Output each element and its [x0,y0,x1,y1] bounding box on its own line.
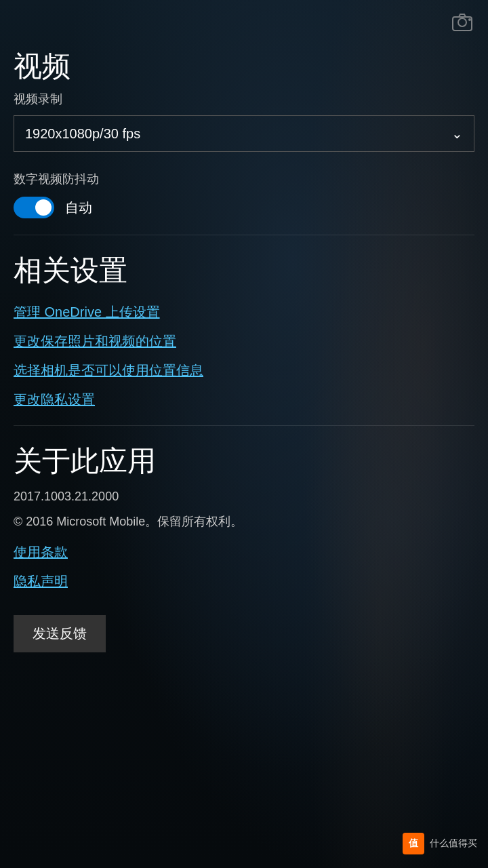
watermark-label: 什么值得买 [430,837,477,850]
watermark-logo-icon: 值 [403,833,424,854]
svg-point-0 [458,18,466,26]
toggle-thumb [35,199,52,216]
dropdown-chevron-icon: ⌄ [451,125,463,142]
divider-2 [14,425,474,426]
svg-point-2 [468,18,471,21]
terms-of-use-link[interactable]: 使用条款 [14,543,474,561]
privacy-statement-link[interactable]: 隐私声明 [14,572,474,591]
video-recording-label: 视频录制 [14,91,474,107]
app-version: 2017.1003.21.2000 [14,490,474,504]
stabilization-toggle[interactable] [14,197,54,218]
stabilization-section: 数字视频防抖动 自动 [14,171,474,218]
about-section-title: 关于此应用 [14,442,474,480]
manage-onedrive-link[interactable]: 管理 OneDrive 上传设置 [14,303,474,321]
change-privacy-link[interactable]: 更改隐私设置 [14,391,474,409]
copyright-text: © 2016 Microsoft Mobile。保留所有权利。 [14,513,474,530]
main-content: 视频 视频录制 1920x1080p/30 fps ⌄ 数字视频防抖动 自动 相… [0,47,488,673]
location-info-link[interactable]: 选择相机是否可以使用位置信息 [14,361,474,380]
toggle-label: 自动 [65,199,92,217]
feedback-button[interactable]: 发送反馈 [14,615,106,652]
resolution-dropdown[interactable]: 1920x1080p/30 fps ⌄ [14,115,474,152]
resolution-value: 1920x1080p/30 fps [25,126,140,142]
video-section-title: 视频 [14,47,474,85]
related-section-title: 相关设置 [14,252,474,290]
toggle-row: 自动 [14,197,474,218]
divider-1 [14,235,474,235]
top-bar [0,0,488,47]
stabilization-label: 数字视频防抖动 [14,171,474,187]
camera-settings-icon[interactable] [450,10,474,37]
bottom-watermark: 值 什么值得买 [403,833,477,854]
change-save-location-link[interactable]: 更改保存照片和视频的位置 [14,332,474,351]
